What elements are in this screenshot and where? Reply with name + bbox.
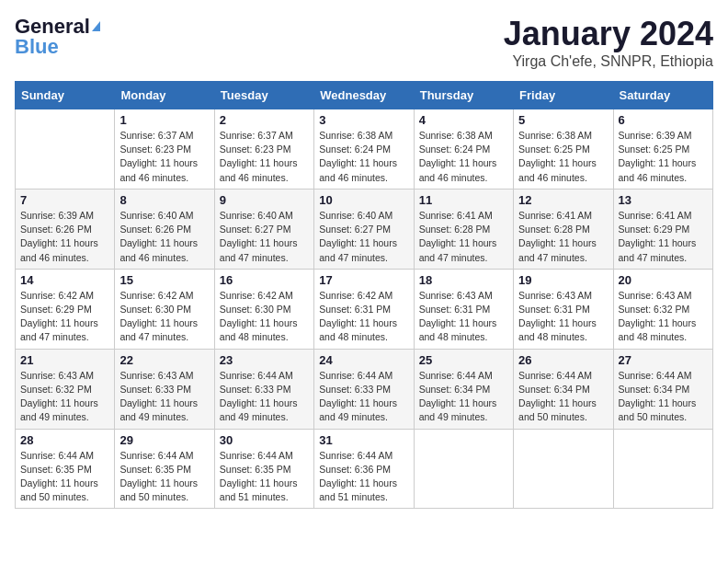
calendar-cell: 10Sunrise: 6:40 AMSunset: 6:27 PMDayligh… [314, 189, 414, 269]
day-number: 3 [319, 113, 408, 127]
day-info: Sunrise: 6:41 AMSunset: 6:28 PMDaylight:… [419, 209, 508, 265]
day-header-thursday: Thursday [414, 82, 513, 109]
title-block: January 2024 Yirga Ch'efe, SNNPR, Ethiop… [504, 15, 713, 70]
day-number: 17 [319, 273, 408, 287]
day-header-saturday: Saturday [613, 82, 712, 109]
calendar-cell: 12Sunrise: 6:41 AMSunset: 6:28 PMDayligh… [514, 189, 613, 269]
calendar-cell: 19Sunrise: 6:43 AMSunset: 6:31 PMDayligh… [514, 269, 613, 349]
day-number: 16 [220, 273, 309, 287]
calendar-cell: 2Sunrise: 6:37 AMSunset: 6:23 PMDaylight… [214, 109, 313, 190]
logo-arrow-icon [92, 21, 100, 31]
day-info: Sunrise: 6:41 AMSunset: 6:28 PMDaylight:… [518, 209, 608, 265]
calendar-cell: 1Sunrise: 6:37 AMSunset: 6:23 PMDaylight… [115, 109, 214, 190]
day-number: 29 [119, 433, 209, 447]
day-info: Sunrise: 6:40 AMSunset: 6:27 PMDaylight:… [319, 209, 408, 265]
day-info: Sunrise: 6:43 AMSunset: 6:33 PMDaylight:… [119, 369, 209, 425]
day-number: 7 [20, 193, 109, 207]
calendar-cell: 9Sunrise: 6:40 AMSunset: 6:27 PMDaylight… [214, 189, 313, 269]
day-header-sunday: Sunday [16, 82, 115, 109]
day-number: 19 [518, 273, 608, 287]
logo-blue: Blue [15, 35, 59, 59]
day-info: Sunrise: 6:39 AMSunset: 6:25 PMDaylight:… [619, 129, 708, 185]
day-info: Sunrise: 6:38 AMSunset: 6:24 PMDaylight:… [319, 129, 408, 185]
day-info: Sunrise: 6:43 AMSunset: 6:31 PMDaylight:… [518, 289, 608, 345]
day-header-monday: Monday [115, 82, 214, 109]
calendar-cell: 7Sunrise: 6:39 AMSunset: 6:26 PMDaylight… [16, 189, 115, 269]
day-info: Sunrise: 6:37 AMSunset: 6:23 PMDaylight:… [119, 129, 209, 185]
calendar-cell: 30Sunrise: 6:44 AMSunset: 6:35 PMDayligh… [214, 429, 313, 509]
calendar-week-row: 14Sunrise: 6:42 AMSunset: 6:29 PMDayligh… [16, 269, 713, 349]
day-info: Sunrise: 6:40 AMSunset: 6:27 PMDaylight:… [220, 209, 309, 265]
calendar-cell: 27Sunrise: 6:44 AMSunset: 6:34 PMDayligh… [613, 349, 712, 429]
calendar-week-row: 7Sunrise: 6:39 AMSunset: 6:26 PMDaylight… [16, 189, 713, 269]
calendar-cell: 25Sunrise: 6:44 AMSunset: 6:34 PMDayligh… [414, 349, 513, 429]
calendar-cell: 18Sunrise: 6:43 AMSunset: 6:31 PMDayligh… [414, 269, 513, 349]
day-info: Sunrise: 6:42 AMSunset: 6:30 PMDaylight:… [119, 289, 209, 345]
day-number: 27 [619, 353, 708, 367]
day-info: Sunrise: 6:42 AMSunset: 6:31 PMDaylight:… [319, 289, 408, 345]
day-number: 1 [119, 113, 209, 127]
day-info: Sunrise: 6:44 AMSunset: 6:34 PMDaylight:… [518, 369, 608, 425]
day-info: Sunrise: 6:44 AMSunset: 6:35 PMDaylight:… [119, 449, 209, 505]
day-number: 22 [119, 353, 209, 367]
calendar-header-row: SundayMondayTuesdayWednesdayThursdayFrid… [16, 82, 713, 109]
day-number: 31 [319, 433, 408, 447]
day-info: Sunrise: 6:38 AMSunset: 6:24 PMDaylight:… [419, 129, 508, 185]
day-info: Sunrise: 6:44 AMSunset: 6:35 PMDaylight:… [220, 449, 309, 505]
day-info: Sunrise: 6:42 AMSunset: 6:30 PMDaylight:… [220, 289, 309, 345]
day-number: 26 [518, 353, 608, 367]
calendar-cell: 11Sunrise: 6:41 AMSunset: 6:28 PMDayligh… [414, 189, 513, 269]
day-number: 10 [319, 193, 408, 207]
day-number: 6 [619, 113, 708, 127]
day-number: 8 [119, 193, 209, 207]
day-number: 30 [220, 433, 309, 447]
calendar-cell: 8Sunrise: 6:40 AMSunset: 6:26 PMDaylight… [115, 189, 214, 269]
day-number: 12 [518, 193, 608, 207]
calendar-cell: 16Sunrise: 6:42 AMSunset: 6:30 PMDayligh… [214, 269, 313, 349]
header: General Blue January 2024 Yirga Ch'efe, … [15, 15, 713, 70]
calendar-table: SundayMondayTuesdayWednesdayThursdayFrid… [15, 81, 713, 509]
calendar-cell: 23Sunrise: 6:44 AMSunset: 6:33 PMDayligh… [214, 349, 313, 429]
calendar-cell: 6Sunrise: 6:39 AMSunset: 6:25 PMDaylight… [613, 109, 712, 190]
day-number: 11 [419, 193, 508, 207]
calendar-cell: 13Sunrise: 6:41 AMSunset: 6:29 PMDayligh… [613, 189, 712, 269]
day-info: Sunrise: 6:43 AMSunset: 6:32 PMDaylight:… [20, 369, 109, 425]
day-info: Sunrise: 6:44 AMSunset: 6:34 PMDaylight:… [619, 369, 708, 425]
day-info: Sunrise: 6:43 AMSunset: 6:32 PMDaylight:… [619, 289, 708, 345]
day-number: 2 [220, 113, 309, 127]
day-number: 25 [419, 353, 508, 367]
day-info: Sunrise: 6:43 AMSunset: 6:31 PMDaylight:… [419, 289, 508, 345]
calendar-cell [16, 109, 115, 190]
day-info: Sunrise: 6:44 AMSunset: 6:33 PMDaylight:… [319, 369, 408, 425]
calendar-cell: 21Sunrise: 6:43 AMSunset: 6:32 PMDayligh… [16, 349, 115, 429]
calendar-cell: 29Sunrise: 6:44 AMSunset: 6:35 PMDayligh… [115, 429, 214, 509]
day-info: Sunrise: 6:40 AMSunset: 6:26 PMDaylight:… [119, 209, 209, 265]
day-number: 21 [20, 353, 109, 367]
calendar-cell [613, 429, 712, 509]
day-info: Sunrise: 6:37 AMSunset: 6:23 PMDaylight:… [220, 129, 309, 185]
calendar-cell: 5Sunrise: 6:38 AMSunset: 6:25 PMDaylight… [514, 109, 613, 190]
day-info: Sunrise: 6:44 AMSunset: 6:34 PMDaylight:… [419, 369, 508, 425]
calendar-week-row: 21Sunrise: 6:43 AMSunset: 6:32 PMDayligh… [16, 349, 713, 429]
calendar-cell: 24Sunrise: 6:44 AMSunset: 6:33 PMDayligh… [314, 349, 414, 429]
day-number: 23 [220, 353, 309, 367]
day-info: Sunrise: 6:41 AMSunset: 6:29 PMDaylight:… [619, 209, 708, 265]
day-number: 28 [20, 433, 109, 447]
day-info: Sunrise: 6:42 AMSunset: 6:29 PMDaylight:… [20, 289, 109, 345]
day-number: 9 [220, 193, 309, 207]
calendar-week-row: 28Sunrise: 6:44 AMSunset: 6:35 PMDayligh… [16, 429, 713, 509]
logo: General Blue [15, 15, 100, 59]
day-info: Sunrise: 6:44 AMSunset: 6:35 PMDaylight:… [20, 449, 109, 505]
day-number: 5 [518, 113, 608, 127]
calendar-cell: 14Sunrise: 6:42 AMSunset: 6:29 PMDayligh… [16, 269, 115, 349]
calendar-cell: 17Sunrise: 6:42 AMSunset: 6:31 PMDayligh… [314, 269, 414, 349]
calendar-cell: 31Sunrise: 6:44 AMSunset: 6:36 PMDayligh… [314, 429, 414, 509]
day-number: 20 [619, 273, 708, 287]
day-header-friday: Friday [514, 82, 613, 109]
calendar-cell: 28Sunrise: 6:44 AMSunset: 6:35 PMDayligh… [16, 429, 115, 509]
month-title: January 2024 [504, 15, 713, 53]
day-number: 15 [119, 273, 209, 287]
day-number: 14 [20, 273, 109, 287]
day-number: 13 [619, 193, 708, 207]
calendar-cell: 26Sunrise: 6:44 AMSunset: 6:34 PMDayligh… [514, 349, 613, 429]
